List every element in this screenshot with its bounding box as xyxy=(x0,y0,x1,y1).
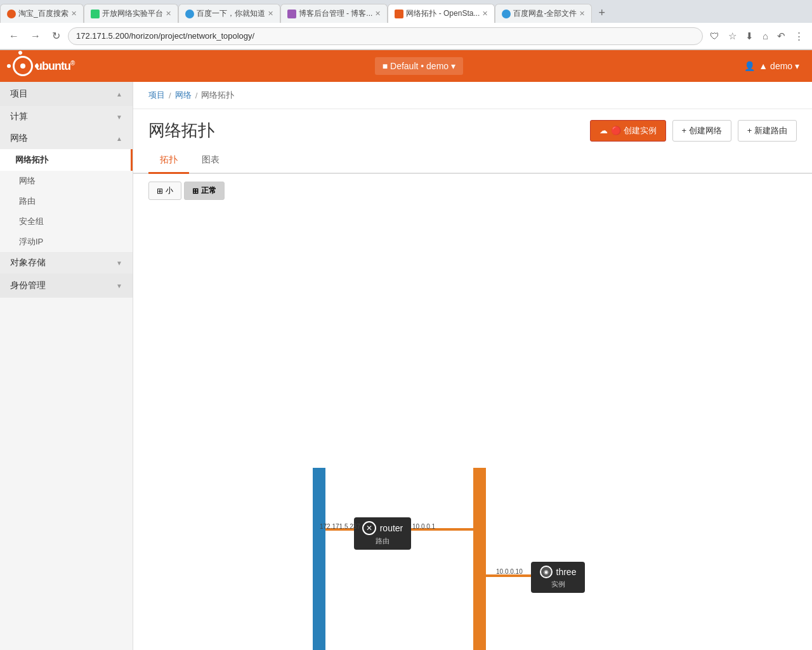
sidebar: 项目 ▲ 计算 ▼ 网络 ▲ 网络拓扑 网络 路由 安全 xyxy=(0,82,133,650)
instance-ip-label: 10.0.0.10 xyxy=(496,568,523,575)
ubuntu-logo: ubuntu® xyxy=(13,56,74,76)
cloud-icon: ☁ xyxy=(599,126,608,135)
instance-label-three: three xyxy=(556,567,577,577)
breadcrumb-current: 网络拓扑 xyxy=(201,90,234,101)
sidebar-section-identity[interactable]: 身份管理 ▼ xyxy=(0,274,133,298)
create-router-button[interactable]: + 新建路由 xyxy=(738,120,797,142)
inside-net-line xyxy=(473,468,486,650)
toolbar-icons: 🛡 ☆ ⬇ ⌂ ↶ ⋮ xyxy=(707,29,807,43)
tab-bar: 淘宝_百度搜索 ✕ 开放网络实验平台 ✕ 百度一下，你就知道 ✕ 博客后台管理 … xyxy=(0,0,812,23)
browser-tab-3[interactable]: 百度一下，你就知道 ✕ xyxy=(178,4,280,23)
shield-icon[interactable]: 🛡 xyxy=(707,29,723,43)
user-label: ▲ demo ▾ xyxy=(759,61,799,71)
identity-chevron-icon: ▼ xyxy=(116,282,122,289)
project-label: ■ Default • demo ▾ xyxy=(383,61,455,71)
object-storage-chevron-icon: ▼ xyxy=(116,260,122,267)
browser-tab-4[interactable]: 博客后台管理 - 博客... ✕ xyxy=(280,4,388,23)
ubuntu-circle-icon xyxy=(13,56,33,76)
tab-close-2[interactable]: ✕ xyxy=(166,10,171,18)
compute-chevron-icon: ▼ xyxy=(116,114,122,121)
top-nav: ubuntu® ■ Default • demo ▾ 👤 ▲ demo ▾ xyxy=(0,50,812,82)
network-chevron-icon: ▲ xyxy=(116,135,122,142)
router-label: router xyxy=(380,523,403,533)
sidebar-network-topology-label: 网络拓扑 xyxy=(15,154,48,166)
sidebar-subitem-security-groups[interactable]: 安全组 xyxy=(0,211,133,232)
out-net-label: out net xyxy=(303,601,310,629)
tab-close-1[interactable]: ✕ xyxy=(71,10,77,18)
download-icon[interactable]: ⬇ xyxy=(742,29,757,43)
tab-graph[interactable]: 图表 xyxy=(190,148,231,174)
sidebar-networks-label: 网络 xyxy=(19,176,36,185)
size-normal-button[interactable]: ⊞ 正常 xyxy=(184,182,225,200)
tab-navigation: 拓扑 图表 xyxy=(133,148,812,174)
sidebar-routers-label: 路由 xyxy=(19,196,36,206)
browser-chrome: 淘宝_百度搜索 ✕ 开放网络实验平台 ✕ 百度一下，你就知道 ✕ 博客后台管理 … xyxy=(0,0,812,50)
project-chevron-icon: ▲ xyxy=(116,91,122,98)
breadcrumb-project[interactable]: 项目 xyxy=(148,90,165,101)
home-icon[interactable]: ⌂ xyxy=(759,29,771,43)
sidebar-subitem-networks[interactable]: 网络 xyxy=(0,171,133,191)
sidebar-object-storage-label: 对象存储 xyxy=(10,257,46,269)
new-tab-button[interactable]: + xyxy=(592,6,612,20)
tab-close-5[interactable]: ✕ xyxy=(482,10,488,18)
tab-topology[interactable]: 拓扑 xyxy=(148,148,189,174)
grid-small-icon: ⊞ xyxy=(157,187,163,196)
size-small-button[interactable]: ⊞ 小 xyxy=(148,182,181,200)
history-icon[interactable]: ↶ xyxy=(774,29,789,43)
sidebar-security-label: 安全组 xyxy=(19,216,44,226)
header-actions: ☁ 🔴 创建实例 + 创建网络 + 新建路由 xyxy=(590,120,797,142)
nav-center: ■ Default • demo ▾ xyxy=(93,57,744,75)
router-label-cn: 路由 xyxy=(362,536,403,546)
ubuntu-text: ubuntu® xyxy=(36,60,74,73)
sidebar-floating-label: 浮动IP xyxy=(19,237,43,246)
sidebar-section-project[interactable]: 项目 ▲ xyxy=(0,82,133,106)
sidebar-subitem-floating-ips[interactable]: 浮动IP xyxy=(0,232,133,252)
project-selector[interactable]: ■ Default • demo ▾ xyxy=(375,57,463,75)
address-bar: ← → ↻ 🛡 ☆ ⬇ ⌂ ↶ ⋮ xyxy=(0,23,812,50)
browser-tab-2[interactable]: 开放网络实验平台 ✕ xyxy=(84,4,178,23)
refresh-button[interactable]: ↻ xyxy=(48,29,64,43)
back-button[interactable]: ← xyxy=(5,29,23,43)
browser-tab-6[interactable]: 百度网盘-全部文件 ✕ xyxy=(495,4,592,23)
instance-label-cn-three: 实例 xyxy=(539,580,577,589)
user-icon: 👤 xyxy=(744,61,755,71)
inside-net-label: inside net xyxy=(463,601,471,640)
router-icon: ✕ xyxy=(362,521,376,535)
sidebar-item-compute[interactable]: 计算 ▼ xyxy=(0,106,133,128)
instance-icon: ◉ xyxy=(540,566,553,578)
user-menu[interactable]: 👤 ▲ demo ▾ xyxy=(744,61,799,71)
url-input[interactable] xyxy=(68,27,703,45)
sidebar-section-project-label: 项目 xyxy=(10,88,28,100)
sidebar-item-network[interactable]: 网络 ▲ xyxy=(0,128,133,149)
breadcrumb: 项目 / 网络 / 网络拓扑 xyxy=(133,82,812,109)
sidebar-network-label: 网络 xyxy=(10,133,28,144)
router-ip-left: 172.171.5.237 xyxy=(320,523,360,530)
sidebar-compute-label: 计算 xyxy=(10,111,28,123)
size-controls: ⊞ 小 ⊞ 正常 xyxy=(133,174,812,208)
tab-close-4[interactable]: ✕ xyxy=(375,10,381,18)
create-network-button[interactable]: + 创建网络 xyxy=(672,120,731,142)
page-title: 网络拓扑 xyxy=(148,119,214,142)
breadcrumb-network[interactable]: 网络 xyxy=(175,90,192,101)
bookmark-icon[interactable]: ☆ xyxy=(725,29,740,43)
instance-node-three[interactable]: ◉ three 实例 xyxy=(531,562,585,593)
browser-tab-5[interactable]: 网络拓扑 - OpenSta... ✕ xyxy=(388,4,495,23)
main-layout: 项目 ▲ 计算 ▼ 网络 ▲ 网络拓扑 网络 路由 安全 xyxy=(0,82,812,650)
sidebar-item-object-storage[interactable]: 对象存储 ▼ xyxy=(0,252,133,274)
grid-normal-icon: ⊞ xyxy=(192,187,199,196)
app-container: ubuntu® ■ Default • demo ▾ 👤 ▲ demo ▾ 项目… xyxy=(0,50,812,650)
router-node[interactable]: ✕ router 路由 xyxy=(354,517,411,550)
content-area: 项目 / 网络 / 网络拓扑 网络拓扑 ☁ 🔴 创建实例 + 创建网络 xyxy=(133,82,812,650)
sidebar-section-identity-label: 身份管理 xyxy=(10,280,46,291)
menu-icon[interactable]: ⋮ xyxy=(791,29,807,43)
topology-canvas: ✕ router 路由 172.171.5.237 10.0.0.1 ◉ thr… xyxy=(133,208,812,650)
page-header: 网络拓扑 ☁ 🔴 创建实例 + 创建网络 + 新建路由 xyxy=(133,109,812,148)
forward-button[interactable]: → xyxy=(27,29,44,43)
tab-close-6[interactable]: ✕ xyxy=(579,10,585,18)
browser-tab-1[interactable]: 淘宝_百度搜索 ✕ xyxy=(0,4,84,23)
create-instance-button[interactable]: ☁ 🔴 创建实例 xyxy=(590,120,666,142)
sidebar-subitem-network-topology[interactable]: 网络拓扑 xyxy=(0,149,133,171)
tab-close-3[interactable]: ✕ xyxy=(268,10,273,18)
sidebar-subitem-routers[interactable]: 路由 xyxy=(0,191,133,211)
router-ip-right: 10.0.0.1 xyxy=(412,523,435,530)
